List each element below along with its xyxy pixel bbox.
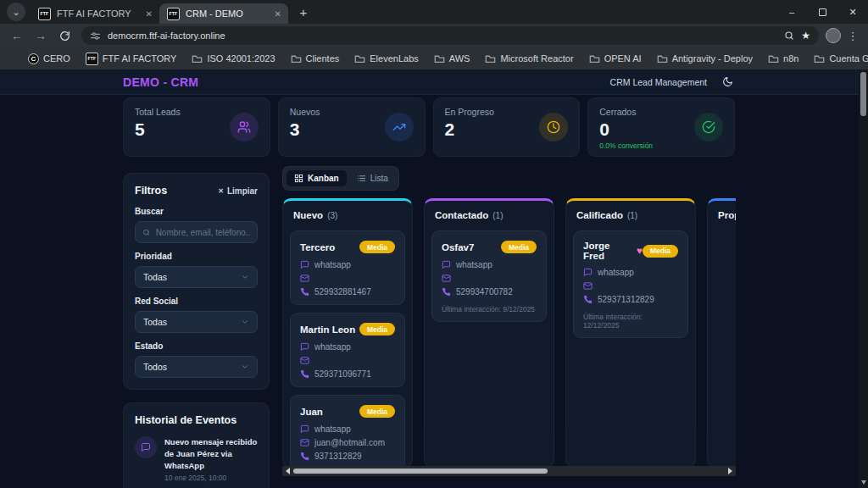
phone-label: 529932881467 — [314, 287, 371, 297]
list-view-button[interactable]: Lista — [349, 169, 396, 187]
bookmark-label: ISO 42001:2023 — [207, 53, 275, 64]
tab-ftf-ai-factory[interactable]: FTF FTF AI FACTORY ✕ — [31, 3, 159, 24]
scroll-right-icon[interactable] — [728, 468, 732, 474]
tab-title: CRM - DEMO — [186, 8, 269, 19]
tab-search-button[interactable]: ⌄ — [7, 3, 25, 21]
stats-row: Total Leads 5 Nuevos 3 En Progreso 2 — [123, 97, 735, 157]
lista-label: Lista — [370, 174, 388, 183]
email-row: juan@hotmail.com — [300, 438, 395, 447]
lead-card-juan[interactable]: Juan Media whatsapp juan@hotmail.com 937… — [290, 395, 405, 468]
chevron-down-icon: ⌄ — [12, 7, 19, 18]
crm-page: DEMO - CRM CRM Lead Management Total Lea… — [0, 69, 868, 488]
phone-icon — [300, 452, 309, 461]
new-tab-button[interactable]: + — [293, 2, 314, 22]
zoom-search-icon[interactable] — [784, 30, 794, 41]
bookmark-ftf[interactable]: FTFFTF AI FACTORY — [80, 50, 183, 67]
lead-name: Martin Leon — [300, 324, 355, 335]
scrollbar-thumb[interactable] — [860, 72, 866, 116]
vertical-scrollbar[interactable] — [859, 69, 868, 488]
page-header: DEMO - CRM CRM Lead Management — [0, 69, 859, 95]
url-text[interactable]: democrm.ftf-ai-factory.online — [108, 30, 777, 41]
social-select[interactable]: Todas — [135, 311, 258, 333]
channel-row: whatsapp — [300, 260, 395, 269]
bookmark-folder-n8n[interactable]: n8n — [762, 50, 804, 67]
profile-avatar[interactable] — [826, 28, 841, 43]
events-panel: Historial de Eventos Nuevo mensaje recib… — [123, 402, 270, 488]
search-input[interactable] — [156, 228, 250, 237]
dark-mode-toggle-icon[interactable] — [722, 76, 733, 87]
lead-card-osfav7[interactable]: Osfav7 Media whatsapp 529934700782 Últim… — [431, 230, 547, 322]
site-info-icon[interactable] — [90, 30, 101, 42]
lead-card-martin-leon[interactable]: Martin Leon Media whatsapp 529371096771 — [290, 313, 405, 387]
close-icon: ✕ — [218, 187, 224, 195]
kanban-grid-icon — [294, 174, 303, 183]
event-time: 10 ene 2025, 10:00 — [164, 474, 258, 482]
phone-icon — [300, 287, 309, 297]
bookmark-folder-cuenta-google[interactable]: Cuenta Google — [808, 50, 868, 67]
reload-button[interactable] — [54, 25, 75, 46]
lead-card-jorge-fred[interactable]: Jorge Fred♥ Media whatsapp 529371312829 … — [573, 230, 688, 338]
column-nuevo: Nuevo (3) Tercero Media whatsapp 5299328… — [282, 198, 413, 468]
close-window-button[interactable]: ✕ — [837, 0, 868, 24]
scroll-down-icon[interactable] — [861, 480, 866, 485]
priority-badge: Media — [359, 241, 395, 253]
app-subtitle: CRM Lead Management — [610, 77, 707, 87]
select-value: Todos — [143, 362, 167, 372]
bookmark-folder-ms-reactor[interactable]: Microsoft Reactor — [479, 50, 579, 67]
folder-icon — [485, 54, 496, 64]
folder-icon — [354, 54, 365, 64]
lead-card-tercero[interactable]: Tercero Media whatsapp 529932881467 — [290, 230, 405, 305]
last-interaction: Última interacción: 9/12/2025 — [442, 305, 537, 313]
close-tab-icon[interactable]: ✕ — [146, 9, 153, 19]
column-propuesta: Propuesta — [707, 198, 736, 468]
state-label: Estado — [135, 341, 258, 351]
maximize-button[interactable] — [807, 0, 837, 24]
forward-button[interactable]: → — [31, 25, 51, 46]
state-select[interactable]: Todos — [135, 356, 258, 378]
folder-icon — [657, 54, 668, 64]
lead-name: Juan — [300, 407, 323, 417]
bookmark-folder-iso[interactable]: ISO 42001:2023 — [186, 50, 281, 67]
window-controls: – ✕ — [776, 0, 868, 24]
address-bar[interactable]: democrm.ftf-ai-factory.online ★ — [81, 26, 819, 45]
priority-select[interactable]: Todas — [135, 266, 258, 288]
folder-icon — [434, 54, 445, 64]
bookmark-star-icon[interactable]: ★ — [801, 30, 810, 42]
browser-menu-icon[interactable]: ⋮ — [844, 30, 861, 42]
close-tab-icon[interactable]: ✕ — [275, 9, 281, 19]
column-name: Nuevo — [293, 210, 323, 220]
horizontal-scrollbar[interactable] — [282, 466, 736, 476]
email-row — [583, 281, 678, 291]
tab-strip: ⌄ FTF FTF AI FACTORY ✕ FTF CRM - DEMO ✕ … — [0, 0, 868, 24]
channel-row: whatsapp — [442, 260, 537, 269]
clear-filters-button[interactable]: ✕Limpiar — [218, 186, 258, 196]
back-button[interactable]: ← — [7, 25, 27, 46]
tab-crm-demo[interactable]: FTF CRM - DEMO ✕ — [159, 3, 288, 24]
check-circle-icon — [702, 120, 715, 134]
minimize-button[interactable]: – — [776, 0, 807, 24]
bookmark-cero[interactable]: CCERO — [22, 50, 76, 67]
users-icon — [237, 120, 251, 134]
bookmarks-bar: CCERO FTFFTF AI FACTORY ISO 42001:2023 C… — [0, 47, 868, 69]
bookmark-folder-antigravity[interactable]: Antigravity - Deploy — [651, 50, 759, 67]
maximize-icon — [819, 8, 826, 16]
bookmark-folder-clientes[interactable]: Clientes — [285, 50, 346, 67]
browser-toolbar: ← → democrm.ftf-ai-factory.online ★ ⋮ — [0, 24, 868, 47]
ftf-favicon: FTF — [38, 8, 51, 20]
email-label: juan@hotmail.com — [314, 438, 385, 447]
chevron-down-icon — [241, 363, 249, 371]
channel-label: whatsapp — [314, 424, 351, 434]
scrollbar-thumb[interactable] — [293, 469, 548, 474]
bookmark-folder-elevenlabs[interactable]: ElevenLabs — [348, 50, 425, 67]
bookmark-folder-openai[interactable]: OPEN AI — [583, 50, 648, 67]
phone-icon — [300, 369, 309, 379]
list-icon — [357, 174, 366, 183]
view-toggle: Kanban Lista — [282, 166, 399, 191]
bookmark-folder-aws[interactable]: AWS — [428, 50, 476, 67]
kanban-view-button[interactable]: Kanban — [286, 169, 348, 187]
scroll-left-icon[interactable] — [286, 468, 290, 474]
reload-icon — [59, 30, 70, 42]
message-icon — [583, 268, 593, 277]
column-name: Calificado — [576, 210, 623, 220]
page-title: DEMO - CRM — [123, 75, 198, 89]
